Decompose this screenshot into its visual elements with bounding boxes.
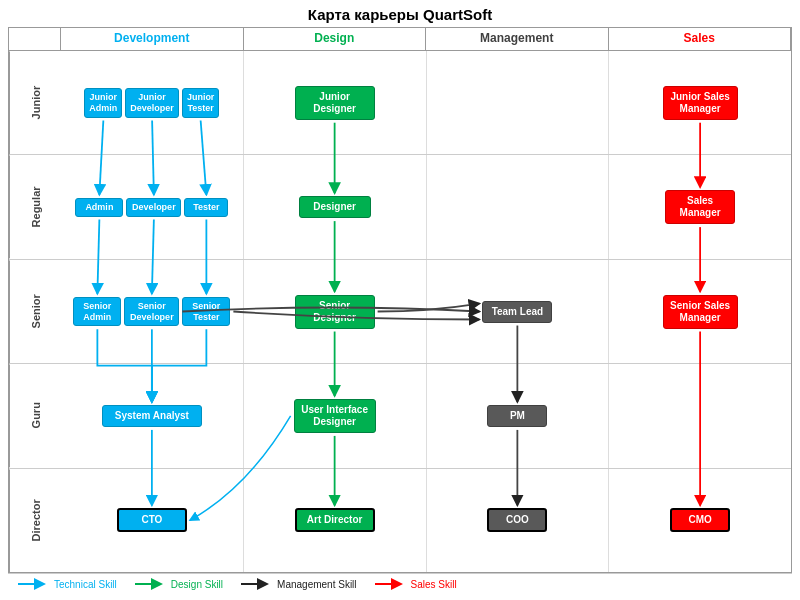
dev-guru: System Analyst: [61, 364, 244, 467]
mgmt-guru: PM: [427, 364, 610, 467]
technical-skill-arrow-icon: [18, 578, 50, 590]
grid-table: Junior JuniorAdmin JuniorDeveloper Junio…: [9, 51, 791, 572]
management-skill-arrow-icon: [241, 578, 273, 590]
mgmt-regular: [427, 155, 610, 258]
chart-area: Development Design Management Sales Juni…: [8, 27, 792, 573]
dev-junior-boxes: JuniorAdmin JuniorDeveloper JuniorTester: [84, 88, 219, 118]
senior-sales-manager-box: Senior Sales Manager: [663, 295, 738, 329]
sales-junior: Junior Sales Manager: [609, 51, 791, 154]
senior-admin-box: SeniorAdmin: [73, 297, 121, 327]
design-director: Art Director: [244, 469, 427, 572]
senior-tester-box: SeniorTester: [182, 297, 230, 327]
sales-regular: Sales Manager: [609, 155, 791, 258]
row-guru: Guru System Analyst User Interface Desig…: [9, 364, 791, 468]
column-headers: Development Design Management Sales: [9, 28, 791, 51]
mgmt-director: COO: [427, 469, 610, 572]
row-label-senior: Senior: [9, 260, 61, 363]
row-label-junior: Junior: [9, 51, 61, 154]
legend-management: Management Skill: [241, 578, 356, 590]
col-header-sales: Sales: [609, 28, 792, 50]
page-title: Карта карьеры QuartSoft: [8, 6, 792, 23]
row-label-director: Director: [9, 469, 61, 572]
junior-developer-box: JuniorDeveloper: [125, 88, 179, 118]
row-label-regular: Regular: [9, 155, 61, 258]
sales-director: CMO: [609, 469, 791, 572]
developer-box: Developer: [126, 198, 181, 217]
design-junior: Junior Designer: [244, 51, 427, 154]
art-director-box: Art Director: [295, 508, 375, 532]
legend-technical: Technical Skill: [18, 578, 117, 590]
row-senior: Senior SeniorAdmin SeniorDeveloper Senio…: [9, 260, 791, 364]
sales-guru: [609, 364, 791, 467]
admin-box: Admin: [75, 198, 123, 217]
dev-regular: Admin Developer Tester: [61, 155, 244, 258]
col-header-dev: Development: [61, 28, 244, 50]
row-label-guru: Guru: [9, 364, 61, 467]
system-analyst-box: System Analyst: [102, 405, 202, 427]
junior-admin-box: JuniorAdmin: [84, 88, 122, 118]
col-header-design: Design: [244, 28, 427, 50]
sales-senior: Senior Sales Manager: [609, 260, 791, 363]
dev-senior-boxes: SeniorAdmin SeniorDeveloper SeniorTester: [73, 297, 230, 327]
main-container: Карта карьеры QuartSoft Development Desi…: [0, 0, 800, 600]
pm-box: PM: [487, 405, 547, 427]
legend-sales: Sales Skill: [375, 578, 457, 590]
row-regular: Regular Admin Developer Tester Designer: [9, 155, 791, 259]
dev-director: CTO: [61, 469, 244, 572]
grid-wrapper: Junior JuniorAdmin JuniorDeveloper Junio…: [9, 51, 791, 572]
sales-skill-arrow-icon: [375, 578, 407, 590]
design-skill-arrow-icon: [135, 578, 167, 590]
dev-senior: SeniorAdmin SeniorDeveloper SeniorTester: [61, 260, 244, 363]
legend-sales-label: Sales Skill: [411, 579, 457, 590]
sales-manager-box: Sales Manager: [665, 190, 735, 224]
legend-design-label: Design Skill: [171, 579, 223, 590]
team-lead-box: Team Lead: [482, 301, 552, 323]
legend-management-label: Management Skill: [277, 579, 356, 590]
col-header-mgmt: Management: [426, 28, 609, 50]
junior-tester-box: JuniorTester: [182, 88, 220, 118]
cmo-box: CMO: [670, 508, 730, 532]
tester-box: Tester: [184, 198, 228, 217]
design-regular: Designer: [244, 155, 427, 258]
junior-sales-manager-box: Junior Sales Manager: [663, 86, 738, 120]
cto-box: CTO: [117, 508, 187, 532]
legend-technical-label: Technical Skill: [54, 579, 117, 590]
legend: Technical Skill Design Skill: [8, 573, 792, 594]
row-director: Director CTO Art Director COO C: [9, 469, 791, 572]
mgmt-senior: Team Lead: [427, 260, 610, 363]
ui-designer-box: User Interface Designer: [294, 399, 376, 433]
mgmt-junior: [427, 51, 610, 154]
legend-design: Design Skill: [135, 578, 223, 590]
dev-regular-boxes: Admin Developer Tester: [75, 198, 228, 217]
coo-box: COO: [487, 508, 547, 532]
design-senior: SeniorDesigner: [244, 260, 427, 363]
senior-developer-box: SeniorDeveloper: [124, 297, 179, 327]
senior-designer-box: SeniorDesigner: [295, 295, 375, 329]
row-junior: Junior JuniorAdmin JuniorDeveloper Junio…: [9, 51, 791, 155]
dev-junior: JuniorAdmin JuniorDeveloper JuniorTester: [61, 51, 244, 154]
design-guru: User Interface Designer: [244, 364, 427, 467]
designer-box: Designer: [299, 196, 371, 218]
junior-designer-box: Junior Designer: [295, 86, 375, 120]
